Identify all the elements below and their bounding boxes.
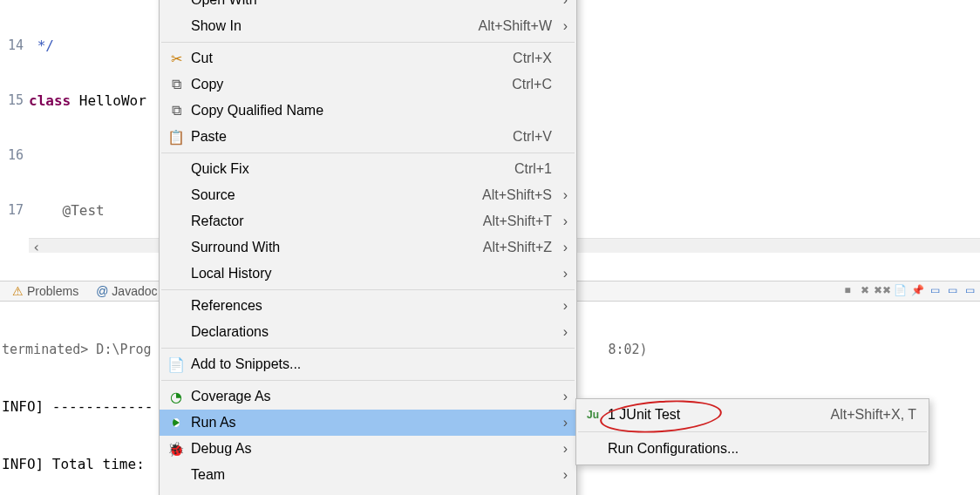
menu-label: Run As bbox=[191, 415, 552, 431]
menu-item-quick-fix[interactable]: Quick FixCtrl+1 bbox=[160, 156, 576, 182]
menu-accelerator: Ctrl+C bbox=[512, 77, 552, 92]
tab-javadoc[interactable]: @ Javadoc bbox=[87, 282, 166, 300]
menu-item-cut[interactable]: ✂CutCtrl+X bbox=[160, 45, 576, 71]
submenu-arrow-icon: › bbox=[563, 324, 568, 340]
menu-label: Copy Qualified Name bbox=[191, 103, 552, 119]
menu-accelerator: Alt+Shift+S bbox=[482, 187, 552, 203]
blank-icon bbox=[167, 0, 186, 9]
blank-icon bbox=[167, 239, 186, 256]
cut-icon: ✂ bbox=[167, 50, 186, 67]
menu-item-add-to-snippets[interactable]: 📄Add to Snippets... bbox=[160, 351, 576, 377]
console-header: terminated> D:\Prog bbox=[2, 342, 152, 357]
menu-label: Declarations bbox=[191, 324, 552, 340]
submenu-arrow-icon: › bbox=[563, 389, 568, 404]
paste-icon: 📋 bbox=[167, 128, 186, 146]
tab-label: Javadoc bbox=[112, 284, 157, 298]
context-menu: Open With›Show InAlt+Shift+W›✂CutCtrl+X⧉… bbox=[159, 0, 577, 495]
menu-label: Refactor bbox=[191, 214, 469, 229]
blank-icon bbox=[167, 323, 186, 341]
blank-icon bbox=[167, 297, 186, 315]
scroll-lock-icon[interactable]: 📄 bbox=[893, 283, 907, 297]
javadoc-icon: @ bbox=[96, 284, 108, 298]
menu-label: Source bbox=[191, 187, 468, 203]
open-console-icon[interactable]: ▭ bbox=[945, 283, 959, 297]
submenu-arrow-icon: › bbox=[563, 18, 568, 34]
menu-accelerator: Alt+Shift+T bbox=[483, 214, 552, 229]
line-number: 14 bbox=[0, 37, 24, 55]
menu-item-local-history[interactable]: Local History› bbox=[160, 261, 576, 287]
blank-icon bbox=[167, 466, 186, 484]
bug-icon: 🐞 bbox=[167, 440, 186, 458]
menu-accelerator: Ctrl+X bbox=[513, 51, 552, 66]
submenu-item-junit-test[interactable]: Ju 1 JUnit Test Alt+Shift+X, T bbox=[576, 401, 929, 429]
pin-icon[interactable]: 📌 bbox=[910, 283, 924, 297]
menu-item-compare-with[interactable]: Compare With› bbox=[160, 488, 576, 495]
blank-icon bbox=[167, 265, 186, 282]
menu-label: Debug As bbox=[191, 441, 552, 457]
menu-label: Surround With bbox=[191, 240, 469, 255]
menu-item-declarations[interactable]: Declarations› bbox=[160, 319, 576, 345]
blank-icon bbox=[167, 17, 186, 35]
code-token: class bbox=[29, 92, 71, 109]
run-icon bbox=[167, 414, 186, 431]
menu-label: Open With bbox=[191, 0, 552, 8]
menu-item-show-in[interactable]: Show InAlt+Shift+W› bbox=[160, 13, 576, 39]
submenu-item-run-configurations[interactable]: Run Configurations... bbox=[576, 435, 929, 463]
menu-item-source[interactable]: SourceAlt+Shift+S› bbox=[160, 182, 576, 208]
submenu-arrow-icon: › bbox=[563, 187, 568, 203]
console-header-time: 8:02) bbox=[608, 342, 647, 357]
submenu-arrow-icon: › bbox=[563, 240, 568, 255]
remove-icon[interactable]: ✖ bbox=[858, 283, 872, 297]
menu-label: Paste bbox=[191, 129, 499, 145]
menu-accelerator: Ctrl+V bbox=[513, 129, 552, 145]
warning-icon: ⚠ bbox=[12, 284, 24, 298]
menu-separator bbox=[161, 289, 575, 290]
tab-problems[interactable]: ⚠ Problems bbox=[3, 282, 87, 300]
junit-icon: Ju bbox=[583, 409, 602, 421]
menu-item-refactor[interactable]: RefactorAlt+Shift+T› bbox=[160, 208, 576, 234]
line-number: 15 bbox=[0, 92, 24, 110]
menu-label: Show In bbox=[191, 18, 465, 34]
terminate-icon[interactable]: ■ bbox=[840, 283, 854, 297]
submenu-accel: Alt+Shift+X, T bbox=[831, 407, 916, 423]
submenu-arrow-icon: › bbox=[563, 0, 568, 8]
menu-item-copy[interactable]: ⧉CopyCtrl+C bbox=[160, 71, 576, 98]
line-number: 17 bbox=[0, 201, 24, 220]
qname-icon: ⧉ bbox=[167, 102, 186, 119]
menu-separator bbox=[578, 431, 927, 432]
blank-icon bbox=[167, 160, 186, 178]
view-toolbar: ■ ✖ ✖✖ 📄 📌 ▭ ▭ ▭ bbox=[840, 283, 977, 297]
tab-label: Problems bbox=[27, 284, 78, 298]
menu-item-copy-qualified-name[interactable]: ⧉Copy Qualified Name bbox=[160, 98, 576, 124]
menu-item-paste[interactable]: 📋PasteCtrl+V bbox=[160, 124, 576, 150]
remove-all-icon[interactable]: ✖✖ bbox=[875, 283, 889, 297]
menu-item-debug-as[interactable]: 🐞Debug As› bbox=[160, 436, 576, 462]
menu-separator bbox=[161, 348, 575, 349]
blank-icon bbox=[167, 213, 186, 230]
line-gutter: 14 15 16 17 18 19 20 21 22 23 24 25 bbox=[0, 0, 29, 253]
menu-item-team[interactable]: Team› bbox=[160, 462, 576, 488]
display-icon[interactable]: ▭ bbox=[928, 283, 942, 297]
new-console-icon[interactable]: ▭ bbox=[963, 283, 977, 297]
menu-label: Coverage As bbox=[191, 389, 552, 404]
menu-item-surround-with[interactable]: Surround WithAlt+Shift+Z› bbox=[160, 234, 576, 261]
menu-item-references[interactable]: References› bbox=[160, 293, 576, 319]
cov-icon: ◔ bbox=[167, 388, 186, 405]
menu-separator bbox=[161, 153, 575, 153]
copy-icon: ⧉ bbox=[167, 76, 186, 93]
snip-icon: 📄 bbox=[167, 356, 186, 373]
menu-label: Quick Fix bbox=[191, 161, 500, 177]
menu-item-coverage-as[interactable]: ◔Coverage As› bbox=[160, 383, 576, 410]
code-token: @Test bbox=[63, 202, 105, 219]
menu-label: References bbox=[191, 298, 552, 314]
menu-label: Cut bbox=[191, 51, 499, 66]
console-line: INFO] ------------ bbox=[2, 398, 153, 415]
menu-accelerator: Alt+Shift+Z bbox=[483, 240, 552, 255]
menu-item-open-with[interactable]: Open With› bbox=[160, 0, 576, 13]
menu-separator bbox=[161, 42, 575, 43]
submenu-label: 1 JUnit Test bbox=[608, 407, 831, 423]
code-token: HelloWor bbox=[79, 92, 146, 109]
menu-item-run-as[interactable]: Run As› bbox=[160, 410, 576, 436]
line-number: 16 bbox=[0, 146, 24, 165]
submenu-arrow-icon: › bbox=[563, 266, 568, 281]
